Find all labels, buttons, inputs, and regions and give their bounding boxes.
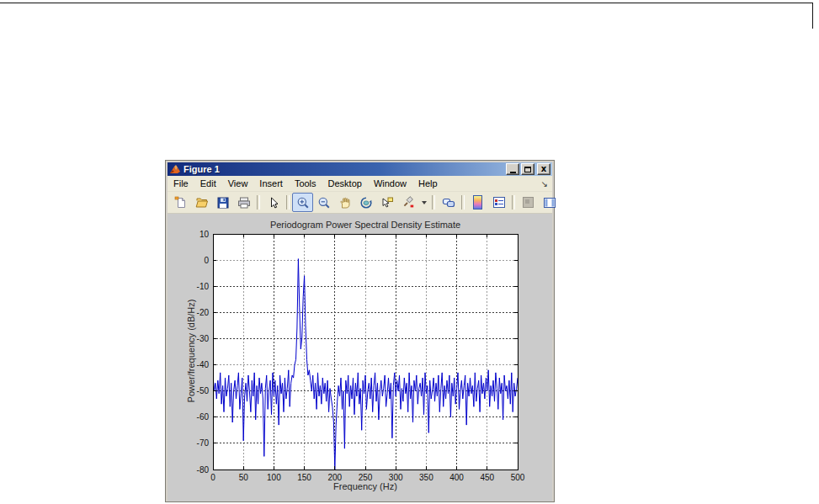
colorbar-icon xyxy=(473,195,482,210)
zoom-out-icon xyxy=(317,196,331,210)
toolbar-separator xyxy=(512,195,515,210)
minimize-button[interactable] xyxy=(506,163,519,175)
insert-legend-button[interactable] xyxy=(488,193,509,212)
menu-item-desktop[interactable]: Desktop xyxy=(322,177,368,190)
menu-item-window[interactable]: Window xyxy=(368,177,412,190)
chart-title: Periodogram Power Spectral Density Estim… xyxy=(213,220,518,230)
y-tick-label: -80 xyxy=(197,465,210,475)
insert-colorbar-button[interactable] xyxy=(467,193,488,212)
menu-item-edit[interactable]: Edit xyxy=(194,177,222,190)
brush-data-button[interactable] xyxy=(397,193,418,212)
dropdown-caret-icon xyxy=(422,201,427,204)
maximize-icon xyxy=(524,167,531,172)
legend-icon xyxy=(493,197,505,208)
y-tick-label: -20 xyxy=(197,308,210,317)
save-icon xyxy=(216,196,230,210)
pan-hand-icon xyxy=(338,196,352,210)
toolbar-separator xyxy=(286,195,290,210)
y-axis-label: Power/frequency (dB/Hz) xyxy=(186,233,196,469)
minimize-icon xyxy=(510,172,516,173)
zoom-in-button[interactable] xyxy=(292,193,313,212)
show-plot-tools-button[interactable] xyxy=(539,193,560,212)
figure-toolbar xyxy=(168,192,552,214)
hide-plot-tools-icon xyxy=(523,197,534,208)
menu-bar-items: FileEditViewInsertToolsDesktopWindowHelp xyxy=(168,177,444,190)
toolbar-separator xyxy=(257,195,260,210)
y-tick-label: 0 xyxy=(204,256,209,265)
menu-item-file[interactable]: File xyxy=(168,177,194,190)
rotate-3d-icon xyxy=(359,196,373,210)
open-file-button[interactable] xyxy=(191,193,212,212)
brush-icon xyxy=(402,196,415,210)
zoom-out-button[interactable] xyxy=(313,193,334,212)
y-tick-label: 10 xyxy=(199,230,210,239)
page-top-rule xyxy=(0,3,813,3)
new-figure-icon xyxy=(174,196,188,210)
show-plot-tools-icon xyxy=(543,196,556,210)
maximize-button[interactable] xyxy=(521,163,534,175)
rotate-3d-button[interactable] xyxy=(355,193,376,212)
y-tick-label: -10 xyxy=(197,282,210,291)
open-file-icon xyxy=(195,196,209,210)
brush-dropdown-button[interactable] xyxy=(418,193,429,212)
document-page: Figure 1 x FileEditViewInsertToolsDeskto… xyxy=(0,0,819,504)
menu-item-tools[interactable]: Tools xyxy=(289,177,322,190)
y-tick-label: -30 xyxy=(197,334,210,343)
zoom-in-icon xyxy=(296,196,310,210)
psd-plot: 050100150200250300350400450500100-10-20-… xyxy=(168,214,552,501)
close-icon: x xyxy=(541,165,546,173)
pan-button[interactable] xyxy=(334,193,355,212)
close-button[interactable]: x xyxy=(537,163,550,175)
save-figure-button[interactable] xyxy=(212,193,233,212)
print-figure-button[interactable] xyxy=(233,193,254,212)
window-title: Figure 1 xyxy=(183,163,504,175)
menu-item-insert[interactable]: Insert xyxy=(253,177,289,190)
data-cursor-button[interactable] xyxy=(376,193,397,212)
menu-item-help[interactable]: Help xyxy=(412,177,444,190)
y-tick-label: -50 xyxy=(197,386,210,395)
title-bar[interactable]: Figure 1 x xyxy=(168,162,552,176)
new-figure-button[interactable] xyxy=(170,193,191,212)
data-cursor-icon xyxy=(380,196,394,210)
x-axis-label: Frequency (Hz) xyxy=(213,481,518,491)
toolbar-separator xyxy=(461,195,465,210)
page-right-rule xyxy=(812,3,813,29)
edit-plot-icon xyxy=(267,196,280,210)
print-icon xyxy=(237,196,251,210)
edit-plot-button[interactable] xyxy=(263,193,284,212)
hide-plot-tools-button xyxy=(518,193,539,212)
menu-bar: FileEditViewInsertToolsDesktopWindowHelp… xyxy=(168,176,552,192)
matlab-icon xyxy=(169,164,181,175)
menu-item-view[interactable]: View xyxy=(222,177,254,190)
figure-window: Figure 1 x FileEditViewInsertToolsDeskto… xyxy=(165,160,555,502)
y-tick-label: -70 xyxy=(197,438,210,448)
y-tick-label: -40 xyxy=(197,360,210,369)
toolbar-separator xyxy=(432,195,435,210)
dock-arrow-icon[interactable]: ↘ xyxy=(541,179,552,188)
figure-canvas: 050100150200250300350400450500100-10-20-… xyxy=(168,214,552,501)
link-plot-icon xyxy=(442,196,455,210)
link-plot-button[interactable] xyxy=(438,193,459,212)
y-tick-label: -60 xyxy=(197,412,210,422)
